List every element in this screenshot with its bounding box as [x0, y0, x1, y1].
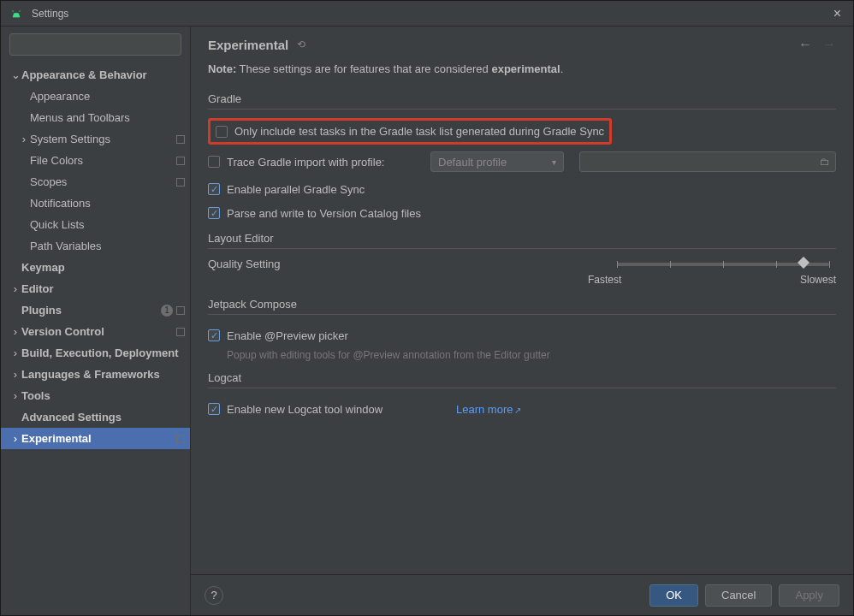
- tree-item-plugins[interactable]: Plugins1: [1, 299, 190, 321]
- settings-tree: ⌄Appearance & BehaviorAppearanceMenus an…: [1, 62, 190, 615]
- tree-item-path-variables[interactable]: Path Variables: [1, 235, 190, 257]
- tree-label: Appearance: [30, 90, 190, 103]
- tree-item-advanced[interactable]: Advanced Settings: [1, 406, 190, 428]
- quality-slider[interactable]: [617, 263, 829, 266]
- project-scope-icon: [176, 157, 185, 165]
- tree-item-editor[interactable]: ›Editor: [1, 278, 190, 299]
- tree-label: Path Variables: [30, 240, 190, 252]
- external-link-icon: ↗: [514, 406, 521, 415]
- checkbox-enable-preview[interactable]: [208, 329, 220, 341]
- project-scope-icon: [176, 306, 185, 315]
- label-only-test-tasks: Only include test tasks in the Gradle ta…: [234, 125, 604, 138]
- titlebar: Settings ×: [1, 1, 853, 27]
- profile-path-input[interactable]: 🗀: [579, 151, 836, 172]
- apply-button[interactable]: Apply: [779, 584, 839, 607]
- folder-icon[interactable]: 🗀: [820, 156, 830, 168]
- tree-label: File Colors: [30, 154, 176, 167]
- hint-preview: Popup with editing tools for @Preview an…: [227, 349, 836, 361]
- tree-item-tools[interactable]: ›Tools: [1, 385, 190, 406]
- tree-item-scopes[interactable]: Scopes: [1, 171, 190, 192]
- chevron-right-icon: ›: [9, 389, 21, 402]
- chevron-right-icon: ›: [9, 282, 21, 295]
- tree-label: Experimental: [21, 432, 176, 445]
- project-scope-icon: [176, 135, 185, 144]
- label-trace-import: Trace Gradle import with profile:: [227, 156, 430, 169]
- tree-item-appearance-behavior[interactable]: ⌄Appearance & Behavior: [1, 64, 190, 86]
- project-scope-icon: [176, 435, 185, 443]
- project-scope-icon: [176, 328, 185, 336]
- tree-item-appearance[interactable]: Appearance: [1, 86, 190, 107]
- reset-icon[interactable]: ⟲: [297, 38, 305, 50]
- tree-label: Scopes: [30, 175, 176, 188]
- tree-label: Plugins: [21, 304, 161, 317]
- badge: 1: [161, 305, 173, 317]
- content-header: Experimental ⟲ ← →: [191, 27, 853, 57]
- chevron-right-icon: ›: [9, 325, 21, 338]
- tree-item-version-control[interactable]: ›Version Control: [1, 321, 190, 342]
- checkbox-only-test-tasks[interactable]: [216, 126, 228, 138]
- label-enable-logcat: Enable new Logcat tool window: [227, 403, 456, 416]
- tree-item-menus-toolbars[interactable]: Menus and Toolbars: [1, 107, 190, 128]
- tree-label: Appearance & Behavior: [21, 68, 190, 81]
- footer: ? OK Cancel Apply: [191, 574, 853, 615]
- section-gradle: Gradle: [208, 92, 836, 105]
- search-input[interactable]: [9, 33, 181, 56]
- label-quality-setting: Quality Setting: [208, 258, 281, 270]
- tree-item-experimental[interactable]: ›Experimental: [1, 428, 190, 449]
- tree-label: Advanced Settings: [21, 411, 190, 424]
- tree-label: System Settings: [30, 133, 176, 145]
- chevron-right-icon: ›: [9, 432, 21, 445]
- tree-label: Build, Execution, Deployment: [21, 346, 190, 359]
- page-title: Experimental: [208, 38, 288, 52]
- window-title: Settings: [32, 8, 68, 20]
- chevron-right-icon: ›: [9, 346, 21, 359]
- tree-item-notifications[interactable]: Notifications: [1, 192, 190, 214]
- label-parallel-sync: Enable parallel Gradle Sync: [227, 183, 365, 196]
- chevron-down-icon: ▾: [552, 157, 556, 167]
- chevron-down-icon: ⌄: [9, 68, 21, 81]
- nav-forward-icon[interactable]: →: [822, 37, 836, 52]
- tree-label: Languages & Frameworks: [21, 368, 190, 381]
- close-icon[interactable]: ×: [830, 6, 845, 21]
- checkbox-parallel-sync[interactable]: [208, 183, 220, 195]
- tree-item-quick-lists[interactable]: Quick Lists: [1, 214, 190, 235]
- tree-label: Editor: [21, 282, 190, 295]
- tree-item-build[interactable]: ›Build, Execution, Deployment: [1, 342, 190, 364]
- tree-item-system-settings[interactable]: ›System Settings: [1, 128, 190, 150]
- tree-label: Notifications: [30, 197, 190, 210]
- link-learn-more[interactable]: Learn more↗: [456, 403, 521, 416]
- section-layout-editor: Layout Editor: [208, 232, 836, 245]
- tree-label: Tools: [21, 389, 190, 402]
- tree-label: Keymap: [21, 261, 190, 274]
- label-version-catalog: Parse and write to Version Catalog files: [227, 207, 421, 220]
- sidebar: ⌕ ⌄Appearance & BehaviorAppearanceMenus …: [1, 27, 191, 615]
- checkbox-enable-logcat[interactable]: [208, 403, 220, 415]
- tree-item-file-colors[interactable]: File Colors: [1, 150, 190, 171]
- tree-label: Quick Lists: [30, 218, 190, 231]
- tree-item-keymap[interactable]: Keymap: [1, 257, 190, 278]
- label-enable-preview: Enable @Preview picker: [227, 329, 348, 342]
- tree-label: Version Control: [21, 325, 176, 338]
- nav-back-icon[interactable]: ←: [798, 37, 812, 52]
- app-icon: [9, 7, 23, 21]
- project-scope-icon: [176, 178, 185, 187]
- checkbox-version-catalog[interactable]: [208, 207, 220, 219]
- chevron-right-icon: ›: [9, 368, 21, 381]
- section-jetpack: Jetpack Compose: [208, 298, 836, 311]
- label-fastest: Fastest: [588, 274, 621, 286]
- help-button[interactable]: ?: [205, 586, 223, 605]
- label-slowest: Slowest: [800, 274, 836, 286]
- tree-item-languages[interactable]: ›Languages & Frameworks: [1, 364, 190, 385]
- cancel-button[interactable]: Cancel: [705, 584, 772, 607]
- tree-label: Menus and Toolbars: [30, 111, 190, 124]
- note-text: Note: These settings are for features th…: [208, 62, 836, 75]
- dropdown-profile[interactable]: Default profile ▾: [430, 151, 564, 172]
- checkbox-trace-import[interactable]: [208, 156, 220, 168]
- section-logcat: Logcat: [208, 371, 836, 384]
- highlight-only-test-tasks: Only include test tasks in the Gradle ta…: [208, 118, 612, 145]
- slider-thumb-icon: [798, 257, 810, 269]
- chevron-right-icon: ›: [18, 133, 30, 145]
- ok-button[interactable]: OK: [649, 584, 698, 607]
